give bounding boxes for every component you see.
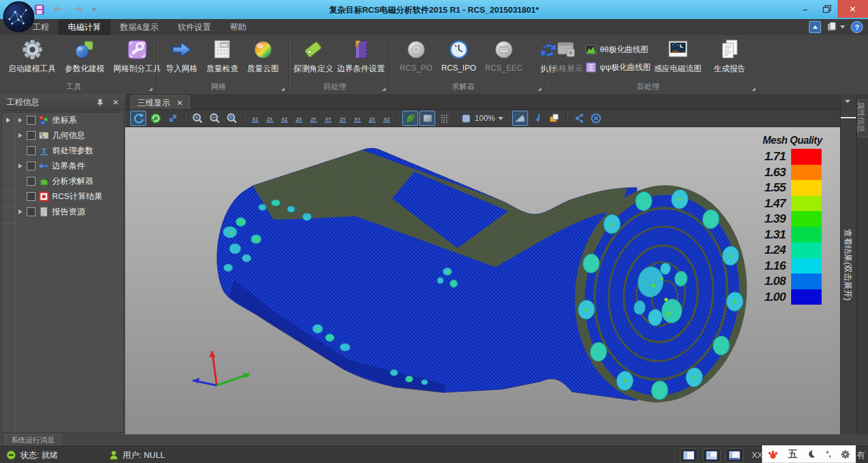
quality-check-icon (212, 39, 233, 60)
menu-tab-em-compute[interactable]: 电磁计算 (58, 19, 111, 35)
arrow-down-button[interactable] (529, 111, 545, 126)
geometry-icon (39, 130, 49, 141)
view-orientation-button-9[interactable]: zx (365, 111, 379, 125)
param-model-icon (74, 39, 95, 60)
launch-modeling-tool-button[interactable]: 启动建模工具 (4, 38, 60, 74)
zoom-out-button[interactable] (207, 111, 222, 126)
view-orientation-button-3[interactable]: xz (278, 111, 291, 125)
tree-item-report-resources[interactable]: 报告资源 (15, 204, 123, 219)
expander-icon[interactable] (18, 133, 22, 138)
view-orientation-button-1[interactable]: xz (248, 111, 262, 125)
close-button[interactable]: ✕ (837, 0, 868, 18)
view-orientation-button-10[interactable]: xz (380, 111, 393, 125)
ime-punct-key[interactable]: °, (826, 450, 831, 459)
view-orientation-button-6[interactable]: xy (322, 111, 335, 125)
tree-item-preprocess-params[interactable]: T 前处理参数 (15, 143, 123, 158)
generate-report-button[interactable]: 生成报告 (711, 38, 748, 74)
ime-toolbar[interactable]: 五 °, (762, 445, 856, 463)
window-copy-button[interactable] (546, 111, 562, 126)
restore-button[interactable] (816, 0, 837, 18)
group-launcher-icon[interactable] (281, 87, 285, 91)
tab-system-messages[interactable]: 系统运行消息 (5, 434, 60, 446)
minimize-button[interactable]: – (794, 0, 816, 18)
shaded-display-button[interactable] (402, 111, 418, 126)
view-orientation-button-2[interactable]: zx (263, 111, 276, 125)
probe-angle-button[interactable]: 探测角定义 (292, 38, 336, 74)
tab-3d-display[interactable]: 三维显示 ✕ (130, 95, 190, 110)
tree-item-boundary-condition[interactable]: 边界条件 (15, 158, 123, 174)
checkbox[interactable] (27, 116, 36, 125)
svg-text:T: T (41, 146, 47, 155)
pin-icon[interactable] (97, 99, 104, 106)
zoom-in-button[interactable] (189, 111, 205, 126)
import-mesh-button[interactable]: 导入网格 (161, 38, 202, 74)
menu-tab-help[interactable]: 帮助 (220, 19, 256, 35)
tab-property-info[interactable]: 属性信息 (855, 102, 866, 132)
share-button[interactable] (571, 111, 587, 126)
menu-tab-settings[interactable]: 软件设置 (168, 19, 220, 35)
sector-view-button[interactable] (512, 111, 528, 126)
checkbox[interactable] (27, 192, 36, 201)
tree-item-rcs-results[interactable]: RCS计算结果 (15, 189, 123, 204)
solver-rcs-eec-button[interactable]: RCS_EEC (480, 38, 527, 73)
chevron-up-icon (813, 25, 818, 29)
rotate-button[interactable] (130, 111, 146, 126)
group-launcher-icon[interactable] (752, 87, 756, 91)
boundary-condition-set-button[interactable]: 边界条件设置 (336, 38, 387, 74)
orbit-button[interactable] (147, 111, 163, 126)
layout-left-panel-button[interactable] (680, 448, 698, 462)
tree-item-geometry-info[interactable]: 几何信息 (15, 128, 123, 143)
group-launcher-icon[interactable] (538, 87, 541, 91)
app-logo-icon[interactable] (3, 1, 34, 32)
solver-rcs-po-button[interactable]: RCS_PO (395, 38, 437, 73)
group-launcher-icon[interactable] (149, 87, 153, 91)
zoom-level-control[interactable]: 100% (461, 113, 503, 123)
tab-close-icon[interactable]: ✕ (177, 99, 183, 107)
legend-value: 1.00 (756, 289, 791, 305)
gutter-arrow-icon[interactable] (6, 118, 10, 123)
theta-polar-curve-button[interactable]: θθ极化曲线图 (585, 43, 651, 57)
quality-cloud-map-button[interactable]: 质量云图 (243, 38, 283, 74)
flat-shading-button[interactable] (419, 111, 435, 126)
chevron-down-icon (845, 100, 850, 103)
tab-list-dropdown[interactable] (845, 100, 850, 103)
ribbon-group-label: 网格 (159, 81, 278, 92)
wireframe-dots-icon (439, 113, 451, 124)
wireframe-button[interactable] (437, 111, 452, 126)
expander-icon[interactable] (18, 163, 22, 169)
view-orientation-button-8[interactable]: xy (351, 111, 364, 125)
pan-button[interactable] (165, 111, 180, 126)
collapse-ribbon-button[interactable] (809, 21, 821, 33)
table-show-button[interactable]: 表格展示 (548, 38, 585, 74)
view-orientation-button-7[interactable]: zy (336, 111, 349, 125)
view-orientation-button-5[interactable]: zy (307, 111, 320, 125)
expander-icon[interactable] (18, 118, 22, 123)
psi-polar-curve-button[interactable]: ψψ极化曲线图 (585, 60, 651, 74)
solver-rcs-ipo-button[interactable]: RCS_IPO (437, 38, 480, 73)
checkbox[interactable] (27, 131, 36, 140)
view-orientation-button-4[interactable]: zx (292, 111, 306, 125)
induction-current-map-button[interactable]: 感应电磁流图 (651, 38, 705, 74)
panel-close-icon[interactable]: ✕ (112, 94, 119, 111)
checkbox[interactable] (27, 162, 36, 170)
window-style-button[interactable] (827, 22, 845, 32)
ime-mode-key[interactable]: 五 (788, 448, 797, 460)
cancel-button[interactable] (588, 111, 604, 126)
viewport-3d[interactable]: Mesh Quality 1.71 1.63 1.55 1.47 1.39 1.… (125, 127, 840, 434)
parametric-modeling-button[interactable]: 参数化建模 (60, 38, 109, 74)
layout-left-bottom-panel-button[interactable] (703, 448, 721, 462)
zoom-fit-button[interactable] (224, 111, 240, 126)
menu-tab-data-display[interactable]: 数据&显示 (111, 19, 168, 35)
layout-left-bar-button[interactable] (726, 448, 743, 462)
tab-view-results[interactable]: 查看结果(双击展开) (842, 229, 853, 301)
group-launcher-icon[interactable] (382, 87, 386, 91)
ime-moon-icon (807, 450, 816, 459)
tree-item-coordinate-system[interactable]: 坐标系 (15, 113, 123, 128)
checkbox[interactable] (27, 146, 36, 155)
checkbox[interactable] (27, 177, 36, 186)
help-button[interactable]: ? (851, 21, 863, 33)
checkbox[interactable] (27, 207, 36, 216)
tree-item-analysis-solver[interactable]: 分析求解器 (15, 174, 123, 189)
quality-check-button[interactable]: 质量检查 (202, 38, 243, 74)
expander-icon[interactable] (18, 209, 22, 214)
